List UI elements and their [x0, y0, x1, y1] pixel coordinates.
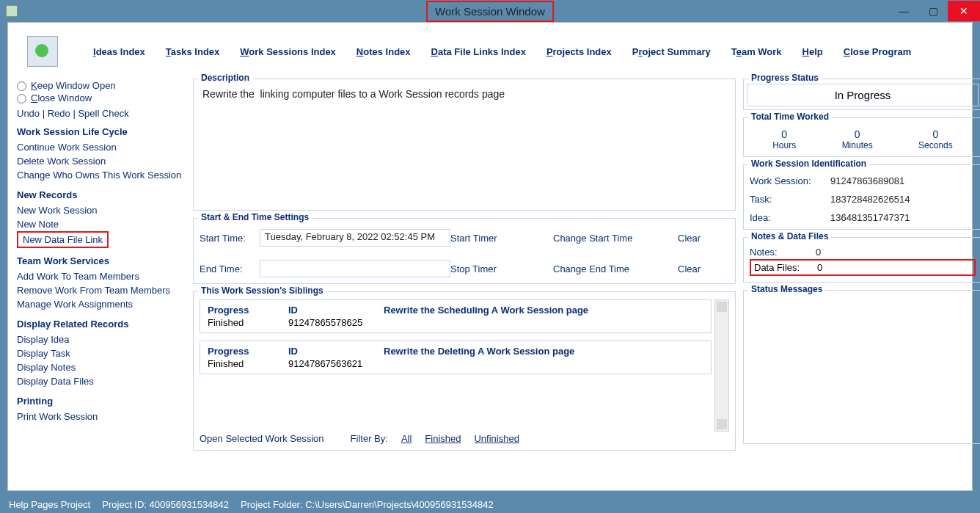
menubar: Ideas Index Tasks Index Work Sessions In…	[8, 23, 972, 76]
menu-data-file-links-index[interactable]: Data File Links Index	[431, 46, 526, 57]
link-delete-ws[interactable]: Delete Work Session	[17, 154, 184, 168]
menu-ideas-index[interactable]: Ideas Index	[93, 46, 145, 57]
data-files-row: Data Files:0	[750, 259, 976, 276]
sib-header-progress: Progress	[208, 305, 288, 316]
link-add-team[interactable]: Add Work To Team Members	[17, 269, 184, 283]
time-settings-legend: Start & End Time Settings	[198, 212, 312, 222]
spell-check-link[interactable]: Spell Check	[78, 108, 128, 119]
link-change-owner[interactable]: Change Who Owns This Work Session	[17, 168, 184, 182]
menu-work-sessions-index[interactable]: Work Sessions Index	[240, 46, 336, 57]
description-group: Description	[193, 79, 736, 211]
link-manage-assignments[interactable]: Manage Work Assignments	[17, 297, 184, 311]
open-selected-link[interactable]: Open Selected Work Session	[200, 433, 324, 444]
start-time-value[interactable]: Tuesday, February 8, 2022 02:52:45 PM	[260, 229, 450, 247]
change-end-link[interactable]: Change End Time	[553, 263, 678, 274]
identification-legend: Work Session Identification	[748, 159, 869, 169]
link-new-data-file-link[interactable]: New Data File Link	[17, 231, 109, 248]
link-display-task[interactable]: Display Task	[17, 346, 184, 360]
filter-unfinished[interactable]: Unfinished	[474, 433, 519, 444]
sibling-item[interactable]: Progress ID Rewrite the Deleting A Work …	[200, 341, 712, 374]
identification-group: Work Session Identification Work Session…	[743, 164, 980, 230]
minutes-value: 0	[842, 128, 873, 140]
label-close-window[interactable]: Close Window	[31, 92, 92, 103]
maximize-button[interactable]: ▢	[918, 1, 948, 21]
radio-keep-open[interactable]	[17, 81, 26, 91]
menu-tasks-index[interactable]: Tasks Index	[166, 46, 219, 57]
change-start-link[interactable]: Change Start Time	[553, 233, 678, 244]
titlebar: Work Session Window — ▢ ✕	[0, 0, 980, 22]
filter-finished[interactable]: Finished	[425, 433, 461, 444]
statusbar: Help Pages Project Project ID: 400956931…	[0, 495, 980, 513]
label-keep-open[interactable]: Keep Window Open	[31, 80, 116, 91]
right-panel: Progress Status In Progress Total Time W…	[743, 76, 980, 489]
progress-status-group: Progress Status In Progress	[743, 79, 980, 110]
siblings-group: This Work Session's Siblings Progress ID…	[193, 291, 736, 451]
description-legend: Description	[198, 73, 252, 83]
clear-end-link[interactable]: Clear	[678, 263, 729, 274]
heading-display: Display Related Records	[17, 319, 184, 330]
window-frame: Work Session Window — ▢ ✕ Ideas Index Ta…	[0, 0, 980, 513]
task-id-label: Task:	[750, 194, 830, 205]
sibling-item[interactable]: Progress ID Rewrite the Scheduling A Wor…	[200, 299, 712, 333]
undo-link[interactable]: Undo	[17, 108, 40, 119]
radio-close-window[interactable]	[17, 94, 26, 103]
link-new-note[interactable]: New Note	[17, 217, 184, 231]
filter-all[interactable]: All	[401, 433, 412, 444]
link-print-ws[interactable]: Print Work Session	[17, 410, 184, 423]
status-messages-group: Status Messages	[743, 290, 980, 444]
window-title: Work Session Window	[426, 1, 554, 22]
data-files-label: Data Files:	[754, 262, 817, 273]
clear-start-link[interactable]: Clear	[678, 233, 729, 244]
idea-id-label: Idea:	[750, 212, 830, 223]
menu-notes-index[interactable]: Notes Index	[356, 46, 411, 57]
left-panel: Keep Window Open Close Window Undo | Red…	[11, 76, 190, 489]
center-panel: Description Start & End Time Settings St…	[193, 76, 740, 489]
sib-header-progress: Progress	[208, 346, 288, 357]
minutes-label: Minutes	[842, 140, 873, 150]
notes-files-legend: Notes & Data Files	[748, 231, 831, 241]
sib-id: 91247867563621	[288, 358, 384, 369]
hours-label: Hours	[772, 140, 796, 150]
hours-value: 0	[772, 128, 796, 140]
notes-files-group: Notes & Data Files Notes:0 Data Files:0	[743, 237, 980, 283]
link-new-ws[interactable]: New Work Session	[17, 203, 184, 217]
client-area: Ideas Index Tasks Index Work Sessions In…	[7, 22, 973, 491]
menu-close-program[interactable]: Close Program	[844, 46, 911, 57]
siblings-scrollbar[interactable]	[714, 299, 729, 432]
menu-projects-index[interactable]: Projects Index	[546, 46, 612, 57]
seconds-value: 0	[918, 128, 953, 140]
idea-id-value: 136481351747371	[830, 212, 976, 223]
link-display-notes[interactable]: Display Notes	[17, 360, 184, 374]
stop-timer-link[interactable]: Stop Timer	[450, 263, 553, 274]
link-remove-team[interactable]: Remove Work From Team Members	[17, 283, 184, 297]
redo-link[interactable]: Redo	[48, 108, 70, 119]
heading-new-records: New Records	[17, 189, 184, 200]
menu-project-summary[interactable]: Project Summary	[632, 46, 711, 57]
status-project-id: Project ID: 400956931534842	[102, 499, 229, 510]
ws-id-value: 91247863689081	[830, 175, 976, 186]
progress-status-legend: Progress Status	[748, 73, 822, 83]
siblings-legend: This Work Session's Siblings	[198, 285, 326, 296]
total-time-legend: Total Time Worked	[748, 112, 832, 122]
notes-label: Notes:	[750, 247, 816, 258]
description-input[interactable]	[200, 87, 729, 197]
link-continue-ws[interactable]: Continue Work Session	[17, 140, 184, 154]
sib-id: 91247865578625	[288, 317, 384, 328]
ws-id-label: Work Session:	[750, 175, 830, 186]
status-project-folder: Project Folder: C:\Users\Darren\Projects…	[241, 499, 494, 510]
data-files-value: 0	[817, 262, 971, 273]
menu-help[interactable]: Help	[802, 46, 823, 57]
sib-desc: Rewrite the Scheduling A Work Session pa…	[384, 305, 703, 316]
progress-status-value: In Progress	[747, 84, 979, 106]
menu-team-work[interactable]: Team Work	[731, 46, 782, 57]
status-messages-legend: Status Messages	[748, 284, 825, 294]
heading-team: Team Work Services	[17, 255, 184, 266]
end-time-label: End Time:	[200, 263, 260, 274]
logo-icon	[27, 36, 58, 67]
link-display-data-files[interactable]: Display Data Files	[17, 374, 184, 388]
close-button[interactable]: ✕	[948, 1, 980, 21]
link-display-idea[interactable]: Display Idea	[17, 332, 184, 346]
minimize-button[interactable]: —	[889, 1, 918, 21]
start-timer-link[interactable]: Start Timer	[450, 233, 553, 244]
end-time-value[interactable]	[260, 260, 450, 277]
